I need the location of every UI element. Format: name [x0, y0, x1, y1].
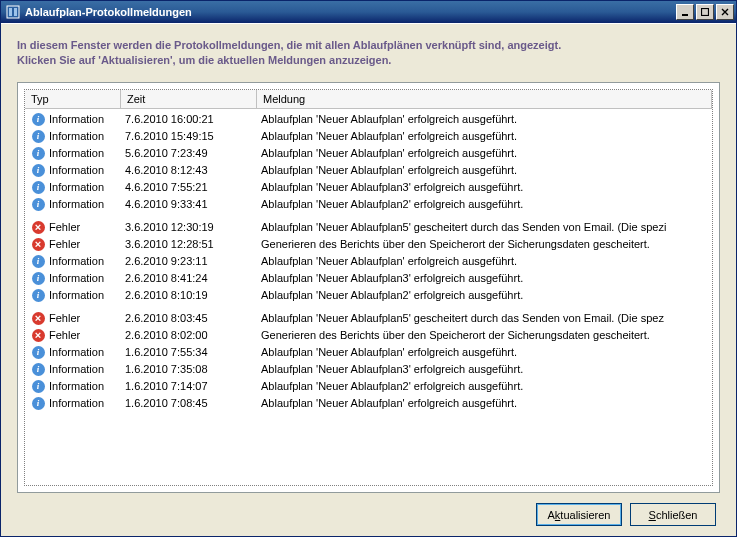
cell-typ: Fehler	[47, 329, 125, 341]
info-icon	[32, 130, 45, 143]
minimize-button[interactable]	[676, 4, 694, 20]
cell-zeit: 1.6.2010 7:14:07	[125, 380, 261, 392]
cell-typ: Information	[47, 198, 125, 210]
table-row[interactable]: Information7.6.2010 16:00:21Ablaufplan '…	[25, 111, 712, 128]
table-row[interactable]: Information4.6.2010 8:12:43Ablaufplan 'N…	[25, 162, 712, 179]
client-area: In diesem Fenster werden die Protokollme…	[1, 23, 736, 536]
cell-meldung: Ablaufplan 'Neuer Ablaufplan' erfolgreic…	[261, 113, 708, 125]
table-row[interactable]: Information1.6.2010 7:14:07Ablaufplan 'N…	[25, 378, 712, 395]
log-panel: Typ Zeit Meldung Information7.6.2010 16:…	[17, 82, 720, 493]
log-grid: Typ Zeit Meldung Information7.6.2010 16:…	[24, 89, 713, 486]
cell-meldung: Ablaufplan 'Neuer Ablaufplan3' erfolgrei…	[261, 363, 708, 375]
cell-typ: Information	[47, 147, 125, 159]
close-button[interactable]	[716, 4, 734, 20]
table-row[interactable]: Information7.6.2010 15:49:15Ablaufplan '…	[25, 128, 712, 145]
refresh-button[interactable]: Aktualisieren	[536, 503, 622, 526]
cell-typ: Information	[47, 181, 125, 193]
cell-meldung: Ablaufplan 'Neuer Ablaufplan' erfolgreic…	[261, 130, 708, 142]
info-icon	[32, 181, 45, 194]
cell-zeit: 2.6.2010 8:03:45	[125, 312, 261, 324]
cell-meldung: Ablaufplan 'Neuer Ablaufplan' erfolgreic…	[261, 346, 708, 358]
info-icon	[32, 198, 45, 211]
cell-meldung: Ablaufplan 'Neuer Ablaufplan' erfolgreic…	[261, 397, 708, 409]
svg-rect-0	[7, 6, 19, 18]
info-icon	[32, 164, 45, 177]
column-header-meldung[interactable]: Meldung	[257, 90, 712, 108]
cell-meldung: Ablaufplan 'Neuer Ablaufplan' erfolgreic…	[261, 147, 708, 159]
cell-typ: Information	[47, 346, 125, 358]
cell-typ: Information	[47, 397, 125, 409]
error-icon	[32, 238, 45, 251]
cell-typ: Information	[47, 164, 125, 176]
info-icon	[32, 397, 45, 410]
table-row[interactable]: Fehler3.6.2010 12:30:19Ablaufplan 'Neuer…	[25, 219, 712, 236]
table-row[interactable]: Information5.6.2010 7:23:49Ablaufplan 'N…	[25, 145, 712, 162]
info-icon	[32, 380, 45, 393]
column-header-zeit[interactable]: Zeit	[121, 90, 257, 108]
window: Ablaufplan-Protokollmeldungen In diesem …	[0, 0, 737, 537]
table-row[interactable]: Information1.6.2010 7:08:45Ablaufplan 'N…	[25, 395, 712, 412]
grid-body: Information7.6.2010 16:00:21Ablaufplan '…	[25, 109, 712, 485]
cell-zeit: 1.6.2010 7:35:08	[125, 363, 261, 375]
cell-zeit: 7.6.2010 15:49:15	[125, 130, 261, 142]
cell-typ: Fehler	[47, 221, 125, 233]
intro-text: In diesem Fenster werden die Protokollme…	[17, 38, 720, 68]
cell-zeit: 1.6.2010 7:08:45	[125, 397, 261, 409]
error-icon	[32, 221, 45, 234]
info-icon	[32, 346, 45, 359]
error-icon	[32, 312, 45, 325]
cell-zeit: 4.6.2010 9:33:41	[125, 198, 261, 210]
error-icon	[32, 329, 45, 342]
close-dialog-button[interactable]: Schließen	[630, 503, 716, 526]
maximize-button[interactable]	[696, 4, 714, 20]
svg-rect-4	[702, 9, 709, 16]
svg-rect-3	[682, 14, 688, 16]
footer: Aktualisieren Schließen	[17, 493, 720, 526]
cell-typ: Information	[47, 363, 125, 375]
window-controls	[676, 4, 734, 20]
cell-meldung: Ablaufplan 'Neuer Ablaufplan2' erfolgrei…	[261, 289, 708, 301]
info-icon	[32, 113, 45, 126]
cell-meldung: Ablaufplan 'Neuer Ablaufplan2' erfolgrei…	[261, 198, 708, 210]
cell-meldung: Generieren des Berichts über den Speiche…	[261, 329, 708, 341]
titlebar[interactable]: Ablaufplan-Protokollmeldungen	[1, 1, 736, 23]
cell-typ: Information	[47, 272, 125, 284]
table-row[interactable]: Information1.6.2010 7:35:08Ablaufplan 'N…	[25, 361, 712, 378]
table-row[interactable]: Information4.6.2010 7:55:21Ablaufplan 'N…	[25, 179, 712, 196]
cell-meldung: Generieren des Berichts über den Speiche…	[261, 238, 708, 250]
info-icon	[32, 363, 45, 376]
table-row[interactable]: Fehler2.6.2010 8:03:45Ablaufplan 'Neuer …	[25, 310, 712, 327]
cell-zeit: 5.6.2010 7:23:49	[125, 147, 261, 159]
cell-zeit: 3.6.2010 12:28:51	[125, 238, 261, 250]
table-row[interactable]: Information2.6.2010 8:41:24Ablaufplan 'N…	[25, 270, 712, 287]
cell-zeit: 2.6.2010 8:10:19	[125, 289, 261, 301]
table-row[interactable]: Fehler3.6.2010 12:28:51Generieren des Be…	[25, 236, 712, 253]
intro-line2: Klicken Sie auf 'Aktualisieren', um die …	[17, 53, 720, 68]
cell-typ: Information	[47, 130, 125, 142]
svg-rect-1	[9, 8, 12, 16]
window-title: Ablaufplan-Protokollmeldungen	[25, 6, 676, 18]
cell-meldung: Ablaufplan 'Neuer Ablaufplan5' gescheite…	[261, 312, 708, 324]
cell-zeit: 4.6.2010 7:55:21	[125, 181, 261, 193]
table-row[interactable]: Information1.6.2010 7:55:34Ablaufplan 'N…	[25, 344, 712, 361]
cell-zeit: 2.6.2010 9:23:11	[125, 255, 261, 267]
cell-typ: Fehler	[47, 238, 125, 250]
info-icon	[32, 272, 45, 285]
cell-meldung: Ablaufplan 'Neuer Ablaufplan' erfolgreic…	[261, 164, 708, 176]
column-header-typ[interactable]: Typ	[25, 90, 121, 108]
cell-typ: Information	[47, 113, 125, 125]
table-row[interactable]: Information4.6.2010 9:33:41Ablaufplan 'N…	[25, 196, 712, 213]
cell-meldung: Ablaufplan 'Neuer Ablaufplan3' erfolgrei…	[261, 272, 708, 284]
table-row[interactable]: Fehler2.6.2010 8:02:00Generieren des Ber…	[25, 327, 712, 344]
cell-zeit: 7.6.2010 16:00:21	[125, 113, 261, 125]
cell-typ: Information	[47, 289, 125, 301]
info-icon	[32, 289, 45, 302]
table-row[interactable]: Information2.6.2010 9:23:11Ablaufplan 'N…	[25, 253, 712, 270]
info-icon	[32, 147, 45, 160]
cell-meldung: Ablaufplan 'Neuer Ablaufplan3' erfolgrei…	[261, 181, 708, 193]
cell-meldung: Ablaufplan 'Neuer Ablaufplan5' gescheite…	[261, 221, 708, 233]
table-row[interactable]: Information2.6.2010 8:10:19Ablaufplan 'N…	[25, 287, 712, 304]
cell-zeit: 3.6.2010 12:30:19	[125, 221, 261, 233]
cell-zeit: 1.6.2010 7:55:34	[125, 346, 261, 358]
svg-rect-2	[14, 8, 17, 16]
